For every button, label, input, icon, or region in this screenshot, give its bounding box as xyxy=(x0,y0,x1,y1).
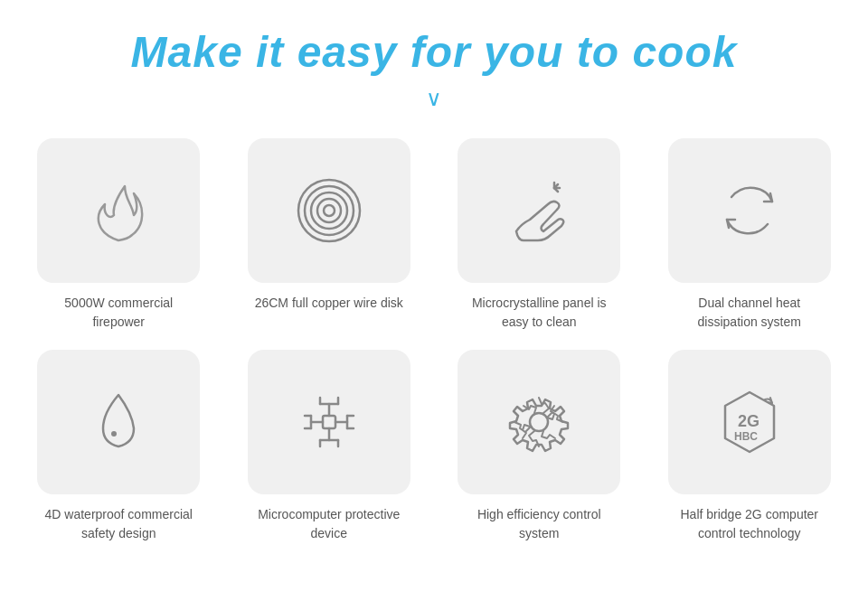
feature-label-waterproof: 4D waterproof commercial safety design xyxy=(37,505,200,543)
feature-label-copper-disk: 26CM full copper wire disk xyxy=(255,294,403,313)
arrows-cycle-icon xyxy=(709,170,790,251)
svg-text:2G: 2G xyxy=(738,412,760,430)
feature-label-microcrystalline: Microcrystalline panel is easy to clean xyxy=(458,294,620,332)
svg-point-4 xyxy=(298,180,360,241)
icon-box-heat-dissipation xyxy=(668,138,831,283)
svg-point-0 xyxy=(324,205,335,216)
flame-icon xyxy=(78,170,159,251)
features-grid: 5000W commercial firepower 26CM full cop… xyxy=(18,138,850,543)
svg-text:HBC: HBC xyxy=(734,430,758,443)
drop-icon xyxy=(78,381,159,463)
icon-box-protective xyxy=(248,350,410,494)
icon-box-control-system xyxy=(458,350,620,494)
feature-heat-dissipation: Dual channel heat dissipation system xyxy=(649,138,851,332)
circuit-icon xyxy=(288,381,370,463)
feature-label-control-system: High efficiency control system xyxy=(458,505,620,543)
icon-box-waterproof xyxy=(37,350,200,494)
feature-half-bridge: 2G HBC Half bridge 2G computer control t… xyxy=(649,350,851,543)
feature-label-firepower: 5000W commercial firepower xyxy=(37,294,200,332)
icon-box-microcrystalline xyxy=(458,138,620,283)
feature-firepower: 5000W commercial firepower xyxy=(18,138,220,332)
svg-point-1 xyxy=(317,199,341,222)
2g-hbc-icon: 2G HBC xyxy=(709,381,790,463)
feature-copper-disk: 26CM full copper wire disk xyxy=(229,138,430,332)
chevron-down-icon: ∨ xyxy=(426,86,442,111)
feature-label-half-bridge: Half bridge 2G computer control technolo… xyxy=(668,505,831,543)
hand-clean-icon xyxy=(498,170,580,251)
feature-label-heat-dissipation: Dual channel heat dissipation system xyxy=(668,294,831,332)
feature-waterproof: 4D waterproof commercial safety design xyxy=(18,350,220,543)
page-title: Make it easy for you to cook xyxy=(131,27,738,77)
svg-rect-10 xyxy=(323,416,335,428)
gear-icon xyxy=(498,381,580,463)
feature-control-system: High efficiency control system xyxy=(439,350,640,543)
icon-box-half-bridge: 2G HBC xyxy=(668,350,831,494)
svg-point-9 xyxy=(111,431,117,437)
feature-microcrystalline: Microcrystalline panel is easy to clean xyxy=(439,138,640,332)
coil-icon xyxy=(288,170,370,251)
icon-box-copper-disk xyxy=(248,138,410,283)
feature-protective: Microcomputer protective device xyxy=(229,350,430,543)
icon-box-firepower xyxy=(37,138,200,283)
feature-label-protective: Microcomputer protective device xyxy=(248,505,410,543)
svg-point-27 xyxy=(530,413,548,431)
